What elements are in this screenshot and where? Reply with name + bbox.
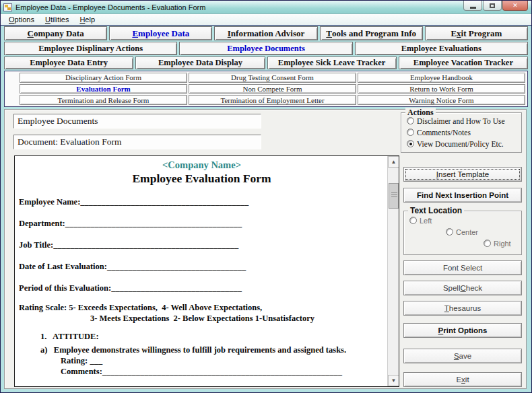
actions-group-title: Actions bbox=[405, 108, 436, 118]
document-viewer[interactable]: <Company Name>Employee Evaluation FormEm… bbox=[14, 155, 399, 387]
nav-row-section: Employee Displinary ActionsEmployee Docu… bbox=[4, 42, 528, 55]
radio-label: Center bbox=[456, 228, 478, 236]
radio-label: Comments/Notes bbox=[417, 129, 471, 137]
save-button[interactable]: Save bbox=[403, 349, 522, 363]
document-line: Period of this Evaluation:______________… bbox=[19, 283, 385, 293]
title-bar: Employee Data - Employee Documents - Eva… bbox=[1, 1, 531, 14]
tab-employee-vacation-tracker[interactable]: Employee Vacation Tracker bbox=[399, 57, 528, 69]
tab-employee-displinary-actions[interactable]: Employee Displinary Actions bbox=[4, 42, 177, 55]
document-line: Date of Last Evaluation:________________… bbox=[19, 261, 385, 272]
radio-icon bbox=[407, 117, 414, 124]
menu-options[interactable]: Options bbox=[3, 15, 40, 24]
app-window: Employee Data - Employee Documents - Eva… bbox=[0, 0, 532, 393]
radio-view-document-policy-etc[interactable]: View Document/Policy Etc. bbox=[407, 139, 521, 149]
menu-utilities[interactable]: Utilities bbox=[40, 15, 74, 24]
find-next-insertion-point-button[interactable]: Find Next Insertion Point bbox=[403, 188, 522, 203]
tab-employee-sick-leave-tracker[interactable]: Employee Sick Leave Tracker bbox=[267, 57, 397, 69]
doc-button-termination-and-release-form[interactable]: Termination and Release Form bbox=[20, 95, 187, 105]
tab-exit-program[interactable]: Exit Program bbox=[425, 26, 528, 40]
app-icon bbox=[3, 3, 12, 11]
document-line: Comments:_______________________________… bbox=[61, 366, 385, 377]
window-controls: ✕ bbox=[463, 1, 528, 11]
menu-help[interactable]: Help bbox=[74, 15, 100, 24]
doc-button-termination-of-employment-letter[interactable]: Termination of Employment Letter bbox=[189, 95, 356, 105]
actions-radio-list: Disclaimer and How To UseComments/NotesV… bbox=[401, 116, 521, 149]
main-panel: Employee Documents Document: Evaluation … bbox=[4, 109, 527, 389]
radio-label: Disclaimer and How To Use bbox=[417, 117, 505, 125]
minimize-icon bbox=[470, 7, 476, 9]
document-line: Employee Name:__________________________… bbox=[19, 196, 385, 207]
tab-employee-evaluations[interactable]: Employee Evaluations bbox=[355, 42, 528, 55]
document-field[interactable]: Document: Evaluation Form bbox=[13, 135, 261, 149]
maximize-icon bbox=[490, 3, 495, 8]
text-location-radio-right[interactable]: Right bbox=[484, 238, 521, 248]
doc-button-warning-notice-form[interactable]: Warning Notice Form bbox=[358, 95, 525, 105]
text-location-radio-left[interactable]: Left bbox=[409, 215, 521, 225]
tab-employee-data[interactable]: Employee Data bbox=[109, 26, 212, 40]
document-line: Rating: ___ bbox=[61, 355, 385, 366]
nav-row-main: Company DataEmployee DataInformation Adv… bbox=[4, 26, 528, 40]
document-line: Rating Scale: 5- Exceeds Expectations, 4… bbox=[19, 302, 385, 313]
document-line: Job Title:______________________________… bbox=[19, 240, 385, 250]
document-line: Department:_____________________________… bbox=[19, 218, 385, 229]
doc-button-drug-testing-consent-form[interactable]: Drug Testing Consent Form bbox=[189, 73, 356, 83]
scroll-up-icon[interactable]: ▲ bbox=[388, 156, 399, 168]
font-select-button[interactable]: Font Select bbox=[403, 260, 522, 275]
insert-template-button[interactable]: Insert Template bbox=[403, 167, 522, 182]
tab-tools-and-program-info[interactable]: Tools and Program Info bbox=[320, 26, 423, 40]
document-line: <Company Name> bbox=[19, 159, 385, 171]
scrollbar-thumb[interactable] bbox=[389, 183, 399, 209]
document-line: a) Employee demonstrates willingness to … bbox=[40, 345, 385, 355]
nav-row-tracker: Employee Data EntryEmployee Data Display… bbox=[4, 57, 528, 69]
scroll-down-icon[interactable]: ▼ bbox=[388, 375, 399, 386]
close-button[interactable]: ✕ bbox=[502, 1, 528, 11]
window-title: Employee Data - Employee Documents - Eva… bbox=[15, 3, 205, 11]
document-line: Employee Evaluation Form bbox=[19, 171, 385, 186]
vertical-scrollbar[interactable]: ▲ ▼ bbox=[387, 156, 399, 386]
tab-employee-documents[interactable]: Employee Documents bbox=[179, 42, 352, 55]
maximize-button[interactable] bbox=[483, 1, 502, 11]
radio-icon bbox=[407, 129, 414, 136]
minimize-button[interactable] bbox=[463, 1, 482, 11]
document-line: 1. ATTITUDE: bbox=[40, 331, 385, 342]
tab-employee-data-display[interactable]: Employee Data Display bbox=[135, 57, 265, 69]
document-buttons-panel: Disciplinary Action FormDrug Testing Con… bbox=[4, 71, 528, 107]
text-location-groupbox: Text Location LeftCenterRight bbox=[403, 211, 522, 255]
spell-check-button[interactable]: Spell Check bbox=[403, 281, 522, 295]
doc-button-non-compete-form[interactable]: Non Compete Form bbox=[189, 84, 356, 94]
tab-employee-data-entry[interactable]: Employee Data Entry bbox=[4, 57, 133, 69]
doc-button-evaluation-form[interactable]: Evaluation Form bbox=[20, 84, 187, 94]
doc-button-employee-handbook[interactable]: Employee Handbook bbox=[358, 73, 525, 83]
doc-button-return-to-work-form[interactable]: Return to Work Form bbox=[358, 84, 525, 94]
radio-label: Left bbox=[420, 217, 432, 225]
radio-icon bbox=[409, 217, 417, 224]
radio-label: Right bbox=[494, 240, 511, 248]
category-field[interactable]: Employee Documents bbox=[13, 114, 261, 129]
actions-groupbox: Actions Disclaimer and How To UseComment… bbox=[401, 112, 522, 153]
document-line: 3- Meets Expectations 2- Below Expectati… bbox=[90, 313, 385, 324]
doc-button-disciplinary-action-form[interactable]: Disciplinary Action Form bbox=[20, 73, 187, 83]
radio-icon bbox=[446, 228, 453, 236]
radio-icon bbox=[407, 140, 414, 147]
thesaurus-button[interactable]: Thesaurus bbox=[403, 301, 522, 316]
document-content: <Company Name>Employee Evaluation FormEm… bbox=[15, 156, 387, 386]
tab-company-data[interactable]: Company Data bbox=[4, 26, 107, 40]
document-line: ________________________________________… bbox=[61, 378, 385, 386]
radio-label: View Document/Policy Etc. bbox=[417, 140, 504, 148]
text-location-title: Text Location bbox=[408, 206, 464, 215]
print-options-button[interactable]: Print Options bbox=[403, 323, 522, 338]
text-location-radio-center[interactable]: Center bbox=[446, 227, 521, 237]
radio-icon bbox=[484, 240, 491, 247]
tab-information-advisor[interactable]: Information Advisor bbox=[214, 26, 317, 40]
radio-comments-notes[interactable]: Comments/Notes bbox=[407, 127, 521, 137]
exit-button[interactable]: Exit bbox=[403, 372, 522, 387]
menu-bar: OptionsUtilitiesHelp bbox=[1, 14, 531, 26]
text-location-radio-list: LeftCenterRight bbox=[404, 215, 521, 248]
